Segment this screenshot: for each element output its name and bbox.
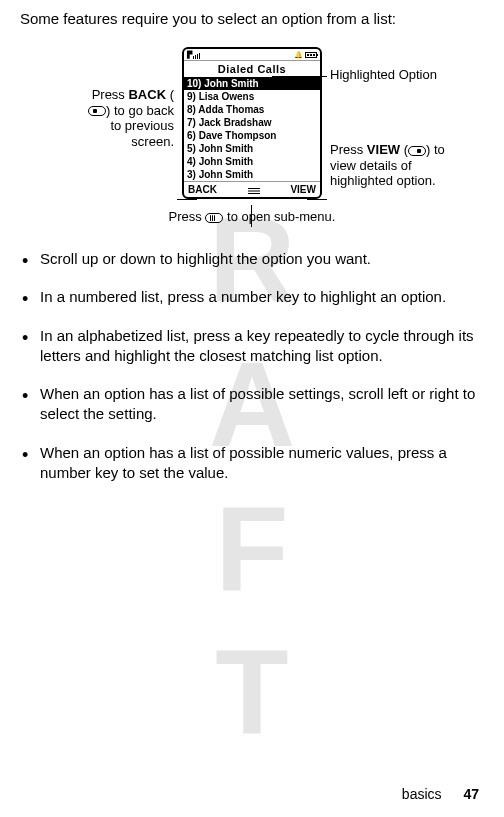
list-item: 10) John Smith <box>184 77 320 90</box>
list-item: 3) John Smith <box>184 168 320 181</box>
page-number: 47 <box>463 786 479 802</box>
instruction-item: When an option has a list of possible se… <box>40 384 484 425</box>
callout-text: Press <box>92 87 125 102</box>
svg-rect-2 <box>248 193 260 194</box>
phone-softkeys: BACK VIEW <box>184 181 320 197</box>
svg-rect-0 <box>248 188 260 189</box>
callout-line <box>272 76 327 77</box>
phone-screen: ▛ 🔔 Dialed Calls 10) John Smith 9) Lisa … <box>182 47 322 199</box>
callout-strong: BACK <box>128 87 166 102</box>
intro-text: Some features require you to select an o… <box>20 10 484 27</box>
callout-text: Press <box>330 142 363 157</box>
callout-submenu: Press to open sub-menu. <box>20 209 484 224</box>
callout-back: Press BACK () to go back to previous scr… <box>74 87 174 149</box>
list-item: 6) Dave Thompson <box>184 129 320 142</box>
section-label: basics <box>402 786 442 802</box>
list-item: 8) Adda Thomas <box>184 103 320 116</box>
phone-list: 10) John Smith 9) Lisa Owens 8) Adda Tho… <box>184 77 320 181</box>
instruction-list: Scroll up or down to highlight the optio… <box>20 249 484 483</box>
callout-highlighted: Highlighted Option <box>330 67 440 83</box>
svg-rect-1 <box>248 190 260 191</box>
bell-icon: 🔔 <box>294 51 303 59</box>
softkey-view-label: VIEW <box>290 184 316 195</box>
status-icons: 🔔 <box>294 51 317 59</box>
phone-diagram: Press BACK () to go back to previous scr… <box>20 47 484 199</box>
callout-view: Press VIEW () to view details of highlig… <box>330 142 450 189</box>
softkey-left-icon <box>88 106 106 116</box>
list-item: 5) John Smith <box>184 142 320 155</box>
battery-icon <box>305 52 317 58</box>
list-item: 9) Lisa Owens <box>184 90 320 103</box>
callout-line <box>177 199 197 200</box>
callout-text: Press <box>169 209 206 224</box>
callout-text: to open sub-menu. <box>223 209 335 224</box>
page-footer: basics 47 <box>402 786 479 802</box>
callout-line <box>251 205 252 227</box>
signal-icon: ▛ <box>187 51 200 59</box>
softkey-right-icon <box>408 146 426 156</box>
callout-line <box>307 199 327 200</box>
phone-screen-title: Dialed Calls <box>184 61 320 77</box>
list-item: 7) Jack Bradshaw <box>184 116 320 129</box>
softkey-back-label: BACK <box>188 184 217 195</box>
instruction-item: When an option has a list of possible nu… <box>40 443 484 484</box>
instruction-item: In an alphabetized list, press a key rep… <box>40 326 484 367</box>
instruction-item: In a numbered list, press a number key t… <box>40 287 484 307</box>
menu-icon <box>247 186 261 194</box>
menu-key-icon <box>205 213 223 223</box>
list-item: 4) John Smith <box>184 155 320 168</box>
callout-text: to go back to previous screen. <box>110 103 174 149</box>
instruction-item: Scroll up or down to highlight the optio… <box>40 249 484 269</box>
phone-statusbar: ▛ 🔔 <box>184 49 320 61</box>
callout-strong: VIEW <box>367 142 400 157</box>
